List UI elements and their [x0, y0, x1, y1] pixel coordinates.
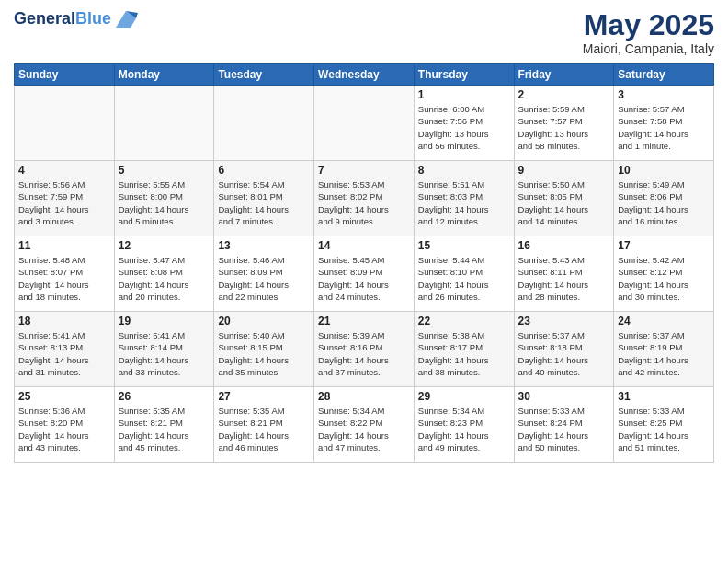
day-number: 8: [418, 164, 510, 177]
day-info: Sunrise: 5:41 AMSunset: 8:14 PMDaylight:…: [119, 329, 210, 378]
table-row: 14Sunrise: 5:45 AMSunset: 8:09 PMDayligh…: [314, 236, 415, 312]
table-row: 1Sunrise: 6:00 AMSunset: 7:56 PMDaylight…: [414, 86, 514, 161]
day-number: 1: [418, 88, 510, 101]
day-number: 28: [318, 390, 410, 403]
table-row: 10Sunrise: 5:49 AMSunset: 8:06 PMDayligh…: [614, 161, 714, 236]
day-number: 6: [218, 164, 310, 177]
logo: GeneralBlue: [14, 9, 138, 29]
location: Maiori, Campania, Italy: [583, 41, 714, 56]
header: GeneralBlue May 2025 Maiori, Campania, I…: [14, 9, 714, 56]
table-row: 6Sunrise: 5:54 AMSunset: 8:01 PMDaylight…: [214, 161, 314, 236]
table-row: 29Sunrise: 5:34 AMSunset: 8:23 PMDayligh…: [414, 387, 514, 463]
day-number: 7: [318, 164, 410, 177]
day-number: 20: [218, 315, 310, 327]
table-row: 8Sunrise: 5:51 AMSunset: 8:03 PMDaylight…: [414, 161, 514, 236]
table-row: [15, 86, 115, 161]
day-number: 4: [18, 164, 110, 177]
calendar-table: Sunday Monday Tuesday Wednesday Thursday…: [14, 63, 714, 463]
weekday-header-row: Sunday Monday Tuesday Wednesday Thursday…: [15, 64, 714, 86]
table-row: 12Sunrise: 5:47 AMSunset: 8:08 PMDayligh…: [114, 236, 214, 312]
day-number: 29: [418, 390, 510, 403]
day-info: Sunrise: 5:33 AMSunset: 8:25 PMDaylight:…: [618, 405, 710, 454]
table-row: 3Sunrise: 5:57 AMSunset: 7:58 PMDaylight…: [614, 86, 714, 161]
calendar-week-row: 1Sunrise: 6:00 AMSunset: 7:56 PMDaylight…: [15, 86, 714, 161]
header-wednesday: Wednesday: [314, 64, 415, 86]
day-number: 27: [218, 390, 310, 403]
header-friday: Friday: [514, 64, 614, 86]
table-row: 25Sunrise: 5:36 AMSunset: 8:20 PMDayligh…: [15, 387, 115, 463]
day-info: Sunrise: 5:46 AMSunset: 8:09 PMDaylight:…: [218, 254, 310, 303]
header-saturday: Saturday: [614, 64, 714, 86]
day-info: Sunrise: 5:59 AMSunset: 7:57 PMDaylight:…: [518, 103, 610, 152]
table-row: 26Sunrise: 5:35 AMSunset: 8:21 PMDayligh…: [114, 387, 214, 463]
day-info: Sunrise: 5:57 AMSunset: 7:58 PMDaylight:…: [618, 103, 710, 152]
day-number: 11: [18, 239, 110, 252]
table-row: 28Sunrise: 5:34 AMSunset: 8:22 PMDayligh…: [314, 387, 415, 463]
day-info: Sunrise: 5:51 AMSunset: 8:03 PMDaylight:…: [418, 178, 510, 227]
day-number: 2: [518, 88, 610, 101]
calendar-week-row: 11Sunrise: 5:48 AMSunset: 8:07 PMDayligh…: [15, 236, 714, 312]
table-row: 27Sunrise: 5:35 AMSunset: 8:21 PMDayligh…: [214, 387, 314, 463]
table-row: 2Sunrise: 5:59 AMSunset: 7:57 PMDaylight…: [514, 86, 614, 161]
day-info: Sunrise: 5:38 AMSunset: 8:17 PMDaylight:…: [418, 329, 510, 378]
day-info: Sunrise: 5:36 AMSunset: 8:20 PMDaylight:…: [18, 405, 110, 454]
table-row: 23Sunrise: 5:37 AMSunset: 8:18 PMDayligh…: [514, 312, 614, 387]
day-info: Sunrise: 5:40 AMSunset: 8:15 PMDaylight:…: [218, 329, 310, 378]
header-thursday: Thursday: [414, 64, 514, 86]
day-info: Sunrise: 5:56 AMSunset: 7:59 PMDaylight:…: [18, 178, 110, 227]
day-number: 10: [618, 164, 710, 177]
table-row: 19Sunrise: 5:41 AMSunset: 8:14 PMDayligh…: [114, 312, 214, 387]
day-info: Sunrise: 5:44 AMSunset: 8:10 PMDaylight:…: [418, 254, 510, 303]
day-info: Sunrise: 6:00 AMSunset: 7:56 PMDaylight:…: [418, 103, 510, 152]
day-info: Sunrise: 5:34 AMSunset: 8:23 PMDaylight:…: [418, 405, 510, 454]
month-title: May 2025: [583, 9, 714, 41]
table-row: 31Sunrise: 5:33 AMSunset: 8:25 PMDayligh…: [614, 387, 714, 463]
day-number: 23: [518, 315, 610, 327]
day-info: Sunrise: 5:35 AMSunset: 8:21 PMDaylight:…: [119, 405, 210, 454]
calendar-week-row: 4Sunrise: 5:56 AMSunset: 7:59 PMDaylight…: [15, 161, 714, 236]
table-row: [314, 86, 415, 161]
day-info: Sunrise: 5:48 AMSunset: 8:07 PMDaylight:…: [18, 254, 110, 303]
day-info: Sunrise: 5:53 AMSunset: 8:02 PMDaylight:…: [318, 178, 410, 227]
table-row: 11Sunrise: 5:48 AMSunset: 8:07 PMDayligh…: [15, 236, 115, 312]
day-number: 17: [618, 239, 710, 252]
day-number: 14: [318, 239, 410, 252]
day-info: Sunrise: 5:45 AMSunset: 8:09 PMDaylight:…: [318, 254, 410, 303]
table-row: 4Sunrise: 5:56 AMSunset: 7:59 PMDaylight…: [15, 161, 115, 236]
table-row: [114, 86, 214, 161]
table-row: 21Sunrise: 5:39 AMSunset: 8:16 PMDayligh…: [314, 312, 415, 387]
page-container: GeneralBlue May 2025 Maiori, Campania, I…: [0, 0, 728, 472]
day-number: 26: [119, 390, 210, 403]
day-info: Sunrise: 5:55 AMSunset: 8:00 PMDaylight:…: [119, 178, 210, 227]
day-info: Sunrise: 5:37 AMSunset: 8:19 PMDaylight:…: [618, 329, 710, 378]
title-block: May 2025 Maiori, Campania, Italy: [583, 9, 714, 56]
table-row: 22Sunrise: 5:38 AMSunset: 8:17 PMDayligh…: [414, 312, 514, 387]
table-row: 17Sunrise: 5:42 AMSunset: 8:12 PMDayligh…: [614, 236, 714, 312]
logo-text: GeneralBlue: [14, 10, 111, 29]
calendar-week-row: 18Sunrise: 5:41 AMSunset: 8:13 PMDayligh…: [15, 312, 714, 387]
day-number: 31: [618, 390, 710, 403]
day-number: 13: [218, 239, 310, 252]
header-monday: Monday: [114, 64, 214, 86]
table-row: 20Sunrise: 5:40 AMSunset: 8:15 PMDayligh…: [214, 312, 314, 387]
day-info: Sunrise: 5:35 AMSunset: 8:21 PMDaylight:…: [218, 405, 310, 454]
day-number: 5: [119, 164, 210, 177]
day-number: 22: [418, 315, 510, 327]
day-number: 18: [18, 315, 110, 327]
day-number: 12: [119, 239, 210, 252]
day-info: Sunrise: 5:37 AMSunset: 8:18 PMDaylight:…: [518, 329, 610, 378]
table-row: 18Sunrise: 5:41 AMSunset: 8:13 PMDayligh…: [15, 312, 115, 387]
day-info: Sunrise: 5:39 AMSunset: 8:16 PMDaylight:…: [318, 329, 410, 378]
header-sunday: Sunday: [15, 64, 115, 86]
day-info: Sunrise: 5:49 AMSunset: 8:06 PMDaylight:…: [618, 178, 710, 227]
day-info: Sunrise: 5:33 AMSunset: 8:24 PMDaylight:…: [518, 405, 610, 454]
day-number: 16: [518, 239, 610, 252]
header-tuesday: Tuesday: [214, 64, 314, 86]
day-info: Sunrise: 5:41 AMSunset: 8:13 PMDaylight:…: [18, 329, 110, 378]
day-number: 24: [618, 315, 710, 327]
day-info: Sunrise: 5:43 AMSunset: 8:11 PMDaylight:…: [518, 254, 610, 303]
day-number: 19: [119, 315, 210, 327]
table-row: 30Sunrise: 5:33 AMSunset: 8:24 PMDayligh…: [514, 387, 614, 463]
day-info: Sunrise: 5:54 AMSunset: 8:01 PMDaylight:…: [218, 178, 310, 227]
day-number: 25: [18, 390, 110, 403]
